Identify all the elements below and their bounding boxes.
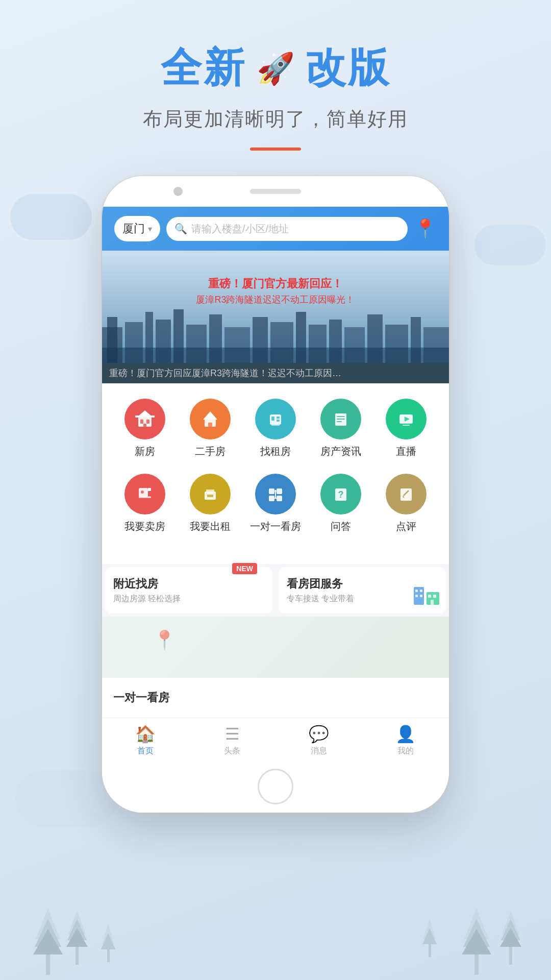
svg-rect-72 [269, 496, 274, 501]
review-icon [386, 474, 427, 514]
svg-rect-43 [140, 420, 143, 424]
bottom-card-row: NEW 附近找房 周边房源 轻松选择 看房团服务 专车接送 专业带着 [102, 564, 449, 617]
second-house-icon [190, 399, 231, 439]
menu-item-live[interactable]: 直播 [377, 399, 435, 458]
menu-item-qa[interactable]: ? 问答 [311, 474, 370, 533]
svg-rect-57 [337, 416, 345, 417]
bottom-cards-section: NEW 附近找房 周边房源 轻松选择 看房团服务 专车接送 专业带着 [102, 564, 449, 617]
messages-nav-icon: 💬 [309, 724, 329, 744]
nav-item-messages[interactable]: 💬 消息 [276, 724, 362, 756]
menu-label-review: 点评 [396, 520, 416, 533]
svg-rect-44 [146, 420, 149, 424]
svg-rect-52 [271, 416, 274, 421]
phone-camera [173, 187, 183, 196]
menu-label-rent: 找租房 [260, 445, 291, 458]
one-on-one-icon [255, 474, 296, 514]
header-title-row: 全新 🚀 改版 [0, 41, 551, 96]
svg-rect-41 [102, 348, 449, 363]
menu-label-new-house: 新房 [135, 445, 155, 458]
nearby-house-card[interactable]: NEW 附近找房 周边房源 轻松选择 [105, 567, 272, 614]
menu-label-lease: 我要出租 [190, 520, 231, 533]
search-placeholder: 请输入楼盘/小区/地址 [191, 222, 289, 236]
phone-home-button[interactable] [258, 769, 293, 804]
mine-nav-label: 我的 [397, 746, 414, 756]
app-banner[interactable]: 重磅！厦门官方最新回应！ 厦漳R3跨海隧道迟迟不动工原因曝光！ 重磅！厦门官方回… [102, 251, 449, 383]
mine-nav-icon: 👤 [395, 724, 416, 744]
house-tour-card[interactable]: 看房团服务 专车接送 专业带着 [279, 567, 446, 614]
nav-item-headlines[interactable]: ☰ 头条 [189, 724, 276, 756]
one-on-one-bottom-title: 一对一看房 [113, 690, 438, 705]
live-icon [386, 399, 427, 439]
svg-rect-69 [207, 495, 213, 497]
svg-text:?: ? [338, 489, 344, 500]
svg-rect-50 [208, 423, 212, 427]
new-house-icon [124, 399, 165, 439]
menu-item-second-house[interactable]: 二手房 [181, 399, 239, 458]
menu-item-review[interactable]: 点评 [377, 474, 435, 533]
rent-icon [255, 399, 296, 439]
svg-rect-70 [269, 488, 274, 494]
menu-item-sell[interactable]: 我要卖房 [115, 474, 174, 533]
headlines-nav-label: 头条 [224, 746, 240, 756]
app-search-header: 厦门 ▾ 🔍 请输入楼盘/小区/地址 📍 [102, 207, 449, 251]
menu-label-one-on-one: 一对一看房 [250, 520, 301, 533]
menu-item-lease[interactable]: 我要出租 [181, 474, 239, 533]
phone-speaker [250, 189, 301, 194]
svg-rect-53 [277, 416, 280, 419]
location-button[interactable]: 厦门 ▾ [114, 216, 160, 241]
header-title-left: 全新 [161, 41, 246, 96]
chevron-down-icon: ▾ [148, 224, 152, 234]
gps-location-icon[interactable]: 📍 [414, 218, 437, 239]
phone-mockup: 厦门 ▾ 🔍 请输入楼盘/小区/地址 📍 [102, 176, 449, 813]
menu-row-2: 我要卖房 我要出租 一对一看房 ? [112, 474, 439, 533]
search-icon: 🔍 [174, 223, 187, 235]
svg-rect-55 [271, 424, 280, 426]
qa-icon: ? [320, 474, 361, 514]
building-decoration-icon [411, 579, 442, 609]
app-header: 全新 🚀 改版 布局更加清晰明了，简单好用 [0, 0, 551, 151]
svg-rect-79 [400, 488, 412, 501]
svg-rect-88 [428, 595, 431, 598]
menu-label-second-house: 二手房 [195, 445, 226, 458]
lease-icon [190, 474, 231, 514]
svg-rect-89 [433, 595, 436, 598]
svg-marker-46 [138, 410, 152, 416]
menu-item-rent[interactable]: 找租房 [246, 399, 305, 458]
svg-marker-64 [148, 488, 151, 491]
svg-rect-85 [415, 595, 418, 597]
nav-item-mine[interactable]: 👤 我的 [362, 724, 449, 756]
header-title-right: 改版 [305, 41, 391, 96]
svg-rect-71 [277, 488, 282, 494]
bottom-navigation: 🏠 首页 ☰ 头条 💬 消息 👤 我的 [102, 718, 449, 761]
home-nav-label: 首页 [137, 746, 154, 756]
header-underline-decoration [250, 148, 301, 151]
phone-mockup-wrapper: 厦门 ▾ 🔍 请输入楼盘/小区/地址 📍 [0, 176, 551, 813]
svg-rect-12 [509, 944, 512, 965]
menu-item-news[interactable]: 房产资讯 [311, 399, 370, 458]
new-badge: NEW [232, 563, 257, 574]
header-subtitle: 布局更加清晰明了，简单好用 [0, 106, 551, 132]
home-nav-icon: 🏠 [135, 724, 156, 744]
nearby-house-title: 附近找房 [113, 576, 264, 592]
svg-rect-68 [206, 489, 214, 493]
nav-item-home[interactable]: 🏠 首页 [102, 724, 189, 756]
svg-rect-86 [420, 595, 422, 597]
search-input-wrapper[interactable]: 🔍 请输入楼盘/小区/地址 [166, 217, 408, 241]
menu-item-one-on-one[interactable]: 一对一看房 [246, 474, 305, 533]
one-on-one-bottom-card[interactable]: 一对一看房 [105, 681, 446, 715]
svg-rect-62 [403, 425, 410, 426]
news-icon [320, 399, 361, 439]
banner-bottom-text: 重磅！厦门官方回应厦漳R3跨海隧道！迟迟不动工原因… [109, 367, 442, 379]
search-bar: 厦门 ▾ 🔍 请输入楼盘/小区/地址 📍 [114, 216, 437, 241]
banner-text-overlay: 重磅！厦门官方最新回应！ 厦漳R3跨海隧道迟迟不动工原因曝光！ [102, 276, 449, 306]
banner-title: 重磅！厦门官方最新回应！ [102, 276, 449, 291]
menu-label-news: 房产资讯 [320, 445, 361, 458]
map-section: 📍 [102, 617, 449, 678]
phone-bottom-bar [102, 761, 449, 813]
banner-bottom-strip: 重磅！厦门官方回应厦漳R3跨海隧道！迟迟不动工原因… [102, 363, 449, 383]
svg-rect-73 [277, 496, 282, 501]
map-background [102, 617, 449, 678]
svg-rect-47 [143, 424, 146, 427]
menu-item-new-house[interactable]: 新房 [115, 399, 174, 458]
svg-rect-84 [420, 590, 422, 592]
